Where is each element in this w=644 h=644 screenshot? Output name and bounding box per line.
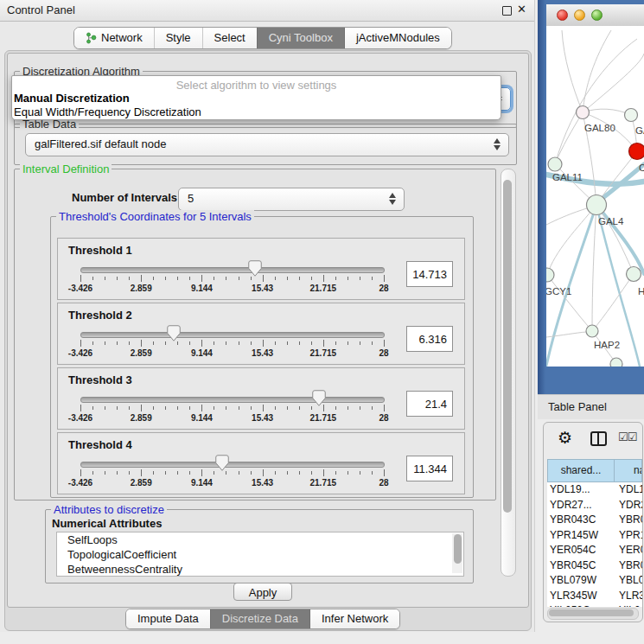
attribute-item[interactable]: TopologicalCoefficient	[57, 547, 463, 562]
split-view-icon[interactable]	[590, 431, 607, 446]
table-row[interactable]: YIL052CYIL0	[547, 603, 642, 607]
node-label: HAP2	[594, 340, 620, 350]
table-row[interactable]: YLR345WYLR3	[547, 589, 642, 604]
threshold-2-box: Threshold 2 6.316 -3.4262.8599.14415.432…	[57, 303, 465, 365]
tab-discretize-data[interactable]: Discretize Data	[210, 609, 309, 628]
column-header-shared-name[interactable]: shared...	[548, 460, 615, 481]
node-label: GA	[635, 125, 644, 136]
slider-track[interactable]	[80, 462, 385, 468]
cell-shared-name: YIL052C	[547, 603, 615, 607]
slider-thumb[interactable]	[167, 325, 181, 341]
table-row[interactable]: YDR27...YDR2	[547, 498, 642, 513]
table-row[interactable]: YPR145WYPR1	[547, 528, 642, 544]
table-row[interactable]: YER054CYER0	[547, 543, 642, 558]
threshold-value-field[interactable]: 11.344	[406, 456, 453, 481]
table-row[interactable]: YDL19...YDL1	[547, 482, 642, 498]
table-panel-title: Table Panel	[548, 400, 607, 413]
slider-tick-labels: -3.4262.8599.14415.4321.71528	[80, 348, 384, 359]
slider-thumb[interactable]	[248, 260, 262, 277]
GAL11-node[interactable]	[548, 157, 562, 171]
discretize-data-pane: Discretization Algorithm Table Data galF…	[7, 53, 529, 608]
tab-jactivemnodules[interactable]: jActiveMNodules	[344, 28, 451, 48]
attributes-group: Attributes to discretize Numerical Attri…	[45, 509, 474, 583]
number-of-intervals-combobox[interactable]: 5	[178, 188, 405, 211]
slider-tick-labels: -3.4262.8599.14415.4321.71528	[80, 284, 384, 294]
selected-red-node[interactable]	[629, 143, 644, 160]
algorithm-option-manual[interactable]: Manual Discretization	[12, 92, 501, 105]
tab-network[interactable]: Network	[74, 28, 154, 48]
threshold-label: Threshold 2	[68, 309, 132, 322]
H-node[interactable]	[627, 267, 641, 282]
algorithm-placeholder: Select algorithm to view settings	[12, 79, 501, 92]
GCY1-node[interactable]	[546, 268, 554, 282]
apply-button[interactable]: Apply	[233, 583, 292, 601]
cell-name: YPR1	[615, 528, 642, 544]
number-of-intervals-label: Number of Intervals	[72, 191, 177, 204]
slider-tick-labels: -3.4262.8599.14415.4321.71528	[80, 413, 384, 424]
threshold-value-field[interactable]: 14.713	[406, 261, 453, 287]
slider-tick-labels: -3.4262.8599.14415.4321.71528	[80, 478, 384, 488]
table-data-combobox[interactable]: galFiltered.sif default node	[25, 133, 509, 156]
table-row[interactable]: YBR045CYBR0	[547, 558, 642, 574]
content-scrollbar[interactable]	[501, 169, 516, 577]
cyni-mode-tabs: Impute Data Discretize Data Infer Networ…	[125, 609, 400, 629]
combo-arrows-icon	[494, 137, 501, 151]
scrollbar-thumb[interactable]	[503, 180, 512, 513]
tab-cyni-toolbox[interactable]: Cyni Toolbox	[257, 28, 344, 48]
node-partial[interactable]	[610, 358, 622, 367]
attribute-item[interactable]: BetweennessCentrality	[57, 562, 463, 577]
node-label: GAL11	[552, 172, 583, 182]
table-row[interactable]: YBR043CYBR0	[547, 513, 642, 528]
scrollbar-thumb[interactable]	[549, 609, 634, 616]
interval-definition-title: Interval Definition	[20, 163, 112, 175]
column-header-name[interactable]: na	[615, 460, 641, 481]
slider-ticks	[80, 405, 384, 412]
node-table: shared... na YDL19...YDL1YDR27...YDR2YBR…	[547, 459, 642, 607]
cell-name: YDR2	[615, 498, 642, 513]
mac-zoom-button[interactable]	[591, 10, 603, 21]
GAL80-node[interactable]	[577, 106, 590, 119]
algorithm-dropdown-popup: Select algorithm to view settings Manual…	[11, 75, 501, 120]
table-header-row: shared... na	[547, 459, 642, 482]
slider-thumb[interactable]	[215, 455, 229, 471]
tab-infer-network[interactable]: Infer Network	[309, 609, 399, 628]
gear-icon[interactable]: ⚙	[558, 428, 572, 448]
select-columns-icon[interactable]: ☑☑	[618, 430, 636, 443]
float-window-icon[interactable]	[502, 6, 512, 16]
table-row[interactable]: YBL079WYBL0	[547, 573, 642, 589]
tab-impute-data[interactable]: Impute Data	[126, 609, 210, 628]
algorithm-option-equal-width[interactable]: Equal Width/Frequency Discretization	[12, 105, 501, 119]
slider-track[interactable]	[80, 332, 385, 338]
threshold-1-box: Threshold 1 14.713 -3.4262.8599.14415.43…	[57, 238, 465, 300]
network-canvas[interactable]: GAL80GAGAL11CGAL4GCY1HHAP2	[546, 26, 644, 367]
attribute-item[interactable]: SelfLoops	[57, 532, 463, 547]
threshold-label: Threshold 3	[68, 373, 132, 386]
table-data-group: Table Data galFiltered.sif default node	[14, 124, 517, 165]
attributes-scrollbar[interactable]	[452, 533, 462, 573]
node[interactable]	[625, 109, 638, 122]
tab-select[interactable]: Select	[202, 28, 257, 48]
table-hscrollbar[interactable]	[547, 608, 639, 620]
mac-minimize-button[interactable]	[574, 10, 585, 21]
slider-track[interactable]	[80, 267, 385, 273]
tab-style[interactable]: Style	[154, 28, 202, 48]
GAL4-node[interactable]	[587, 195, 607, 215]
node-label: GAL80	[584, 123, 615, 133]
attributes-group-title: Attributes to discretize	[51, 503, 167, 516]
HAP2-node[interactable]	[586, 325, 598, 337]
mac-close-button[interactable]	[557, 10, 568, 21]
threshold-value-field[interactable]: 6.316	[406, 326, 453, 352]
tab-network-label: Network	[101, 28, 143, 48]
scrollbar-thumb[interactable]	[454, 534, 462, 564]
close-icon[interactable]: ✕	[517, 3, 526, 16]
slider-thumb[interactable]	[312, 390, 326, 406]
network-window-titlebar[interactable]	[546, 4, 644, 27]
slider-track[interactable]	[80, 397, 385, 403]
node-label: GCY1	[546, 286, 571, 296]
cell-shared-name: YPR145W	[547, 528, 615, 544]
node-label: H	[638, 286, 644, 296]
thresholds-group: Threshold's Coordinates for 5 Intervals …	[50, 216, 474, 498]
cell-name: YBR0	[615, 558, 642, 574]
cell-shared-name: YDR27...	[547, 498, 615, 513]
threshold-value-field[interactable]: 21.4	[406, 391, 453, 417]
